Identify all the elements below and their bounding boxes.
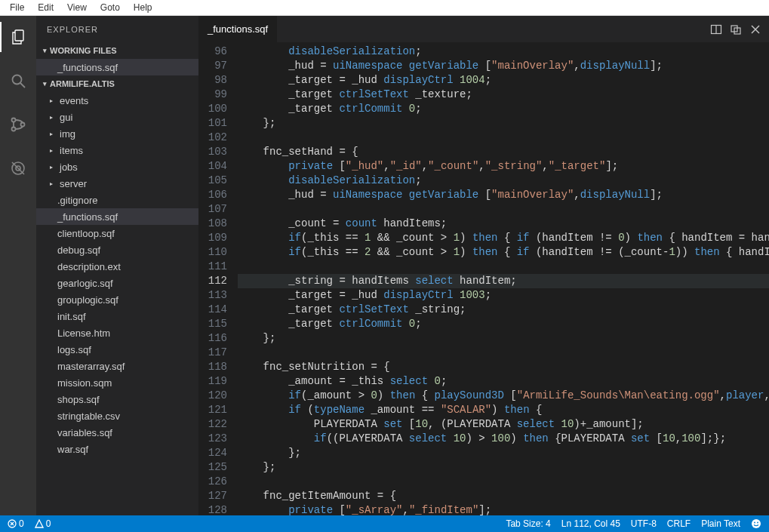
file-item[interactable]: debug.sqf — [36, 241, 198, 258]
code-editor[interactable]: 9697989910010110210310410510610710810911… — [198, 42, 769, 515]
svg-point-5 — [21, 123, 25, 127]
chevron-down-icon: ▾ — [39, 80, 50, 88]
more-actions-icon[interactable] — [730, 23, 742, 35]
folder-item[interactable]: ▸img — [36, 125, 198, 142]
chevron-right-icon: ▸ — [50, 164, 57, 171]
file-item[interactable]: clientloop.sqf — [36, 225, 198, 241]
folder-item[interactable]: ▸events — [36, 92, 198, 109]
file-item[interactable]: masterarray.sqf — [36, 358, 198, 374]
file-item[interactable]: grouplogic.sqf — [36, 291, 198, 308]
chevron-right-icon: ▸ — [50, 131, 57, 137]
chevron-right-icon: ▸ — [50, 97, 57, 104]
file-item[interactable]: description.ext — [36, 258, 198, 275]
status-position[interactable]: Ln 112, Col 45 — [561, 518, 620, 529]
sidebar: EXPLORER ▾ WORKING FILES _functions.sqf … — [36, 16, 198, 515]
svg-point-3 — [12, 118, 16, 122]
search-icon[interactable] — [0, 66, 36, 96]
file-item[interactable]: .gitignore — [36, 192, 198, 208]
folder-item[interactable]: ▸jobs — [36, 158, 198, 175]
file-item[interactable]: init.sqf — [36, 308, 198, 324]
tab-bar: _functions.sqf — [198, 16, 769, 42]
split-editor-icon[interactable] — [710, 23, 722, 35]
source-control-icon[interactable] — [0, 109, 36, 140]
folder-item[interactable]: ▸gui — [36, 109, 198, 125]
file-item[interactable]: stringtable.csv — [36, 407, 198, 424]
file-item[interactable]: mission.sqm — [36, 374, 198, 391]
status-warnings[interactable]: 0 — [35, 518, 51, 529]
chevron-right-icon: ▸ — [50, 180, 57, 187]
svg-point-1 — [13, 75, 22, 85]
folder-item[interactable]: ▸server — [36, 175, 198, 192]
editor-area: _functions.sqf 9697989910010110210310410… — [198, 16, 769, 515]
file-item[interactable]: _functions.sqf — [36, 208, 198, 225]
debug-icon[interactable] — [0, 153, 36, 183]
chevron-right-icon: ▸ — [50, 114, 57, 121]
project-header[interactable]: ▾ ARMILIFE.ALTIS — [36, 75, 198, 92]
working-file-item[interactable]: _functions.sqf — [36, 59, 198, 75]
file-item[interactable]: logs.sqf — [36, 341, 198, 358]
menu-view[interactable]: View — [60, 1, 94, 14]
status-tabsize[interactable]: Tab Size: 4 — [506, 518, 550, 529]
svg-rect-0 — [15, 30, 23, 41]
close-icon[interactable] — [749, 23, 761, 35]
activity-bar — [0, 16, 36, 515]
sidebar-title: EXPLORER — [36, 16, 198, 42]
menubar: File Edit View Goto Help — [0, 0, 769, 16]
menu-goto[interactable]: Goto — [94, 1, 127, 14]
file-item[interactable]: variables.sqf — [36, 424, 198, 441]
svg-point-19 — [754, 522, 755, 524]
file-item[interactable]: shops.sqf — [36, 391, 198, 407]
svg-point-4 — [12, 128, 16, 131]
tab-functions[interactable]: _functions.sqf — [198, 16, 277, 42]
file-item[interactable]: gearlogic.sqf — [36, 275, 198, 291]
status-bar: 0 0 Tab Size: 4 Ln 112, Col 45 UTF-8 CRL… — [0, 515, 769, 532]
menu-edit[interactable]: Edit — [31, 1, 60, 14]
svg-point-20 — [757, 522, 758, 524]
status-encoding[interactable]: UTF-8 — [631, 518, 657, 529]
status-feedback-icon[interactable] — [751, 518, 761, 529]
menu-file[interactable]: File — [3, 1, 31, 14]
status-language[interactable]: Plain Text — [701, 518, 740, 529]
svg-line-2 — [20, 83, 25, 88]
explorer-icon[interactable] — [0, 22, 36, 52]
chevron-right-icon: ▸ — [50, 147, 57, 154]
status-eol[interactable]: CRLF — [667, 518, 691, 529]
file-item[interactable]: License.htm — [36, 324, 198, 341]
svg-point-18 — [752, 519, 761, 528]
chevron-down-icon: ▾ — [39, 47, 50, 54]
menu-help[interactable]: Help — [127, 1, 159, 14]
status-errors[interactable]: 0 — [8, 518, 24, 529]
folder-item[interactable]: ▸items — [36, 142, 198, 158]
file-item[interactable]: war.sqf — [36, 441, 198, 457]
working-files-header[interactable]: ▾ WORKING FILES — [36, 42, 198, 59]
